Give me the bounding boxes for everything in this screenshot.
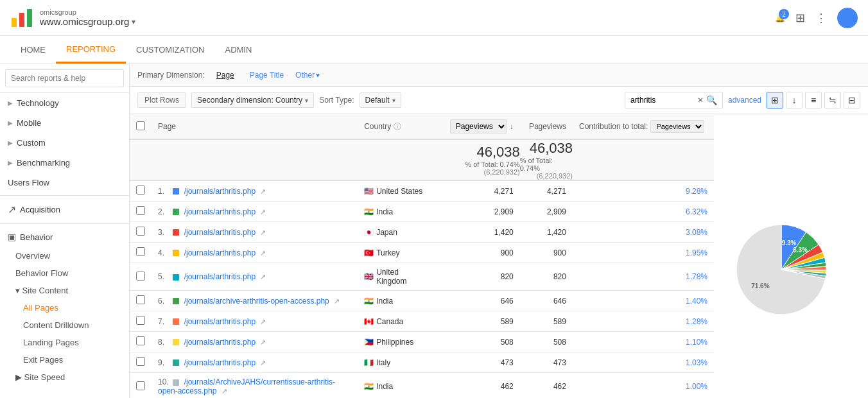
search-clear-icon[interactable]: ✕ <box>697 96 704 105</box>
tab-customization[interactable]: CUSTOMIZATION <box>126 37 214 62</box>
country-info-icon[interactable]: ⓘ <box>394 122 401 131</box>
row-checkbox-4[interactable] <box>136 272 145 281</box>
sidebar-item-mobile[interactable]: ▶ Mobile <box>0 113 129 133</box>
table-row: 4. /journals/arthritis.php ↗ 🇹🇷 Turkey 9… <box>130 243 714 263</box>
search-box: ✕ 🔍 <box>625 92 723 108</box>
sort-desc-icon[interactable]: ↓ <box>510 122 514 131</box>
pct-6: 1.28% <box>573 311 714 332</box>
sort-type-dropdown[interactable]: Default ▾ <box>360 92 401 108</box>
page-link-9[interactable]: /journals/ArchiveJAHS/currentissue-arthr… <box>158 377 335 395</box>
menu-icon[interactable]: ⋮ <box>815 11 827 25</box>
sidebar-item-users-flow[interactable]: Users Flow <box>0 173 129 193</box>
notification-icon[interactable]: 🔔 2 <box>775 13 785 22</box>
sidebar: ▶ Technology ▶ Mobile ▶ Custom ▶ Benchma… <box>0 64 130 398</box>
row-checkbox-0[interactable] <box>136 186 145 195</box>
avatar[interactable] <box>837 8 858 28</box>
sidebar-sub-exit-pages[interactable]: Exit Pages <box>0 351 129 368</box>
site-dropdown-icon[interactable]: ▾ <box>132 17 135 26</box>
plot-rows-button[interactable]: Plot Rows <box>137 92 186 108</box>
row-num-4: 5. <box>158 272 171 281</box>
row-checkbox-3[interactable] <box>136 247 145 256</box>
row-checkbox-8[interactable] <box>136 357 145 366</box>
tab-reporting[interactable]: REPORTING <box>56 37 126 64</box>
page-link-8[interactable]: /journals/arthritis.php <box>184 358 256 367</box>
country-name-6: Canada <box>376 317 403 326</box>
search-field[interactable] <box>630 96 695 105</box>
header-left: omicsgroup www.omicsgroup.org ▾ <box>10 6 135 30</box>
dim-other-btn[interactable]: Other ▾ <box>295 71 320 80</box>
select-all-checkbox[interactable] <box>136 121 145 130</box>
row-checkbox-7[interactable] <box>136 336 145 345</box>
pie-label-10: 71.6% <box>751 282 769 290</box>
pageviews-6: 589 <box>520 311 573 332</box>
page-link-4[interactable]: /journals/arthritis.php <box>184 272 256 281</box>
view-icon-compare[interactable]: ⊟ <box>844 92 860 108</box>
row-color-3 <box>173 250 179 256</box>
th-country: Country ⓘ <box>358 114 430 139</box>
dim-page-btn[interactable]: Page <box>213 69 238 81</box>
page-ext-icon-1[interactable]: ↗ <box>260 208 266 216</box>
page-ext-icon-2[interactable]: ↗ <box>260 229 266 236</box>
page-ext-icon-8[interactable]: ↗ <box>260 359 266 367</box>
benchmarking-label: Benchmarking <box>17 158 70 168</box>
sidebar-sub-site-content[interactable]: ▾ Site Content <box>0 282 129 299</box>
view-icon-list[interactable]: ≡ <box>805 92 822 108</box>
sidebar-sub-overview[interactable]: Overview <box>0 247 129 264</box>
sidebar-item-custom[interactable]: ▶ Custom <box>0 133 129 153</box>
tab-admin[interactable]: ADMIN <box>214 37 262 62</box>
page-link-6[interactable]: /journals/arthritis.php <box>184 317 256 326</box>
sidebar-item-benchmarking[interactable]: ▶ Benchmarking <box>0 153 129 173</box>
page-link-0[interactable]: /journals/arthritis.php <box>184 187 256 196</box>
country-name-7: Philippines <box>376 338 413 347</box>
view-icon-bar[interactable]: ↓ <box>786 92 803 108</box>
sidebar-sub-behavior-flow[interactable]: Behavior Flow <box>0 264 129 282</box>
country-flag-9: 🇮🇳 <box>364 382 374 391</box>
row-checkbox-2[interactable] <box>136 227 145 236</box>
view-icon-grid[interactable]: ⊞ <box>767 92 783 108</box>
pie-chart-svg: 9.3%6.3%71.6% <box>730 212 852 327</box>
view-icon-pivot[interactable]: ≒ <box>824 92 841 108</box>
page-ext-icon-6[interactable]: ↗ <box>260 318 266 325</box>
pct-5: 1.40% <box>573 291 714 311</box>
pageviews-9: 462 <box>520 373 573 399</box>
advanced-button[interactable]: advanced <box>728 96 761 105</box>
sidebar-sub-content-drilldown[interactable]: Content Drilldown <box>0 316 129 334</box>
sidebar-sub-landing-pages[interactable]: Landing Pages <box>0 334 129 351</box>
table-totals-row: 46,038 % of Total: 0.74% (6,220,932) 46,… <box>130 139 714 180</box>
sidebar-section-behavior[interactable]: ▣ Behavior <box>0 227 129 247</box>
page-ext-icon-3[interactable]: ↗ <box>260 249 266 257</box>
sidebar-sub-site-speed[interactable]: ▶ Site Speed <box>0 368 129 386</box>
grid-icon[interactable]: ⊞ <box>795 11 805 25</box>
page-ext-icon-0[interactable]: ↗ <box>260 187 266 195</box>
row-color-7 <box>173 339 179 345</box>
pageviews-metric-select[interactable]: Pageviews <box>450 119 507 134</box>
secondary-dim-dropdown[interactable]: Secondary dimension: Country ▾ <box>191 92 314 108</box>
pie-label-0: 9.3% <box>782 239 797 247</box>
country-flag-2: 🇯🇵 <box>364 228 374 237</box>
pageviews-5: 646 <box>520 291 573 311</box>
row-checkbox-5[interactable] <box>136 295 145 304</box>
dim-page-title-btn[interactable]: Page Title <box>246 69 288 81</box>
custom-arrow: ▶ <box>8 139 13 146</box>
page-link-7[interactable]: /journals/arthritis.php <box>184 338 256 347</box>
page-ext-icon-9[interactable]: ↗ <box>221 387 227 395</box>
sidebar-sub-all-pages[interactable]: All Pages <box>0 299 129 316</box>
page-ext-icon-7[interactable]: ↗ <box>260 338 266 346</box>
toolbar: Plot Rows Secondary dimension: Country ▾… <box>130 87 868 114</box>
page-link-2[interactable]: /journals/arthritis.php <box>184 228 256 237</box>
page-link-1[interactable]: /journals/arthritis.php <box>184 207 256 216</box>
sidebar-section-acquisition[interactable]: ↗ Acquisition <box>0 198 129 221</box>
row-checkbox-9[interactable] <box>136 381 145 390</box>
page-link-3[interactable]: /journals/arthritis.php <box>184 248 256 257</box>
sidebar-item-technology[interactable]: ▶ Technology <box>0 93 129 113</box>
page-ext-icon-5[interactable]: ↗ <box>334 297 340 305</box>
row-checkbox-1[interactable] <box>136 206 145 215</box>
page-link-5[interactable]: /journals/archive-arthritis-open-access.… <box>184 297 329 306</box>
search-submit-icon[interactable]: 🔍 <box>706 95 717 105</box>
tab-home[interactable]: HOME <box>10 37 56 62</box>
page-ext-icon-4[interactable]: ↗ <box>260 273 266 281</box>
row-checkbox-6[interactable] <box>136 316 145 325</box>
contribution-select[interactable]: Pageviews <box>650 120 704 133</box>
table-row: 7. /journals/arthritis.php ↗ 🇨🇦 Canada 5… <box>130 311 714 332</box>
search-input[interactable] <box>5 69 124 87</box>
